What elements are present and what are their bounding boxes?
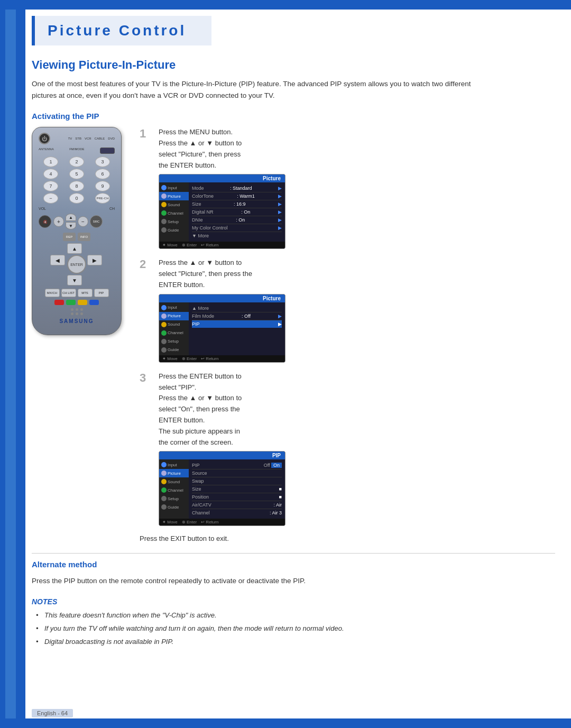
tv-menu-1: Picture Input Picture [159,174,286,249]
step-2: 2 Press the ▲ or ▼ button to select "Pic… [140,257,555,362]
picture3-icon [161,471,167,476]
nav-down-button[interactable]: ▼ [67,275,82,285]
btn-1[interactable]: 1 [43,156,58,167]
setup-icon [161,219,167,224]
btn-prech[interactable]: PRE-CH [95,193,110,204]
menu3-row-source: Source [192,469,282,477]
pip-button[interactable]: PIP [94,289,109,297]
input-icon [161,185,167,190]
menu-row-mycolor: My Color Control▶ [192,224,282,232]
btn-5[interactable]: 5 [69,169,84,179]
vol-down-button[interactable]: − [78,216,88,227]
tv-menu-2-footer: ✦ Move⊕ Enter↩ Return [159,355,285,362]
step-3: 3 Press the ENTER button to select "PIP"… [140,371,555,527]
footer-text: English - 64 [37,710,68,716]
btn-dash[interactable]: − [43,193,58,204]
exit-text: Press the EXIT button to exit. [140,535,555,542]
vol-up-button[interactable]: + [53,216,64,227]
source-button[interactable]: SRC [90,215,103,228]
tv-menu-1-footer: ✦ Move⊕ Enter↩ Return [159,242,285,248]
tv-menu-3-header: PIP [159,451,285,459]
sidebar-sound: Sound [159,200,189,209]
menu2-row-pip: PIP▶ [192,320,282,328]
input3-icon [161,462,167,467]
notes-list: This feature doesn't function when the "… [32,610,555,647]
nav-right-button[interactable]: ▶ [87,255,102,265]
tv-menu-1-sidebar: Input Picture Sound [159,182,189,242]
tv-menu-2-header: Picture [159,294,285,302]
nav-left-button[interactable]: ◀ [50,255,65,265]
menu2-row-more: ▲ More [192,305,282,312]
tv-menu-2: Picture Input Picture [159,294,286,363]
repeat-button[interactable]: REP [63,233,76,241]
btn-6[interactable]: 6 [95,169,110,179]
input2-icon [161,305,167,310]
tv-menu-1-body: Input Picture Sound [159,182,285,242]
step-2-text: Press the ▲ or ▼ button to select "Pictu… [159,257,555,290]
step-3-content: Press the ENTER button to select "PIP". … [159,371,555,527]
btn-9[interactable]: 9 [95,181,110,191]
sidebar2-setup: Setup [159,337,189,346]
title-box: Picture Control [32,16,211,45]
blue-button[interactable] [89,300,99,305]
remote-container: TV STB VCR CABLE DVD ANTENNA FM/MODE 1 [32,127,127,542]
guide3-icon [161,504,167,510]
sound3-icon [161,479,167,484]
tv-menu-1-header: Picture [159,174,285,182]
btn-0[interactable]: 0 [69,193,84,204]
remote-dots [39,308,115,315]
btn-3[interactable]: 3 [95,156,110,167]
tv-menu-1-main: Mode: Standard▶ ColorTone: Warm1▶ Size: … [189,182,285,242]
ch-up-button[interactable]: ▲ [66,214,76,221]
btn-4[interactable]: 4 [43,169,58,179]
menu3-row-aircatv: Air/CATV: Air [192,501,282,509]
ch-down-button[interactable]: ▼ [66,222,76,229]
btn-7[interactable]: 7 [43,181,58,191]
tv-menu-2-sidebar: Input Picture Sound [159,302,189,355]
dvd-label: DVD [108,137,115,140]
mute-button[interactable]: 🔇 [39,215,51,228]
sidebar-picture: Picture [159,192,189,200]
alternate-text: Press the PIP button on the remote contr… [32,575,497,587]
menu-row-mode: Mode: Standard▶ [192,185,282,192]
tv-menu-3-sidebar: Input Picture Sound [159,459,189,519]
menu-row-dnie: DNIe: On▶ [192,216,282,224]
mute-source-row: 🔇 + ▲ ▼ − SRC [39,214,115,229]
top-bar [0,0,571,10]
mts-button[interactable]: MTS [78,289,93,297]
menu3-row-channel: Channel: Air 3 [192,509,282,517]
left-bar-accent [5,0,16,728]
sidebar-input: Input [159,183,189,192]
color-buttons [39,300,115,305]
sidebar3-picture: Picture [159,469,189,477]
menu3-row-swap: Swap [192,477,282,485]
step-1-content: Press the MENU button. Press the ▲ or ▼ … [159,127,555,249]
tv-menu-3-main: PIP Off On Source Swap Siz [189,459,285,519]
menu-row-dnr: Digital NR: On▶ [192,208,282,216]
remote-top-row: TV STB VCR CABLE DVD [39,133,115,144]
enter-button[interactable]: ENTER [67,255,86,274]
green-button[interactable] [66,300,76,305]
page-title: Picture Control [48,22,199,39]
ch-list-button[interactable]: CH LIST [61,289,76,297]
btn-2[interactable]: 2 [69,156,84,167]
sidebar-guide: Guide [159,226,189,234]
mode-button[interactable] [100,148,115,154]
menu-row-size: Size: 16:9▶ [192,200,282,208]
sound2-icon [161,322,167,327]
yellow-button[interactable] [78,300,87,305]
stb-label: STB [75,137,81,140]
step-3-number: 3 [140,371,152,385]
btn-8[interactable]: 8 [69,181,84,191]
power-button[interactable] [39,133,50,144]
nav-up-button[interactable]: ▲ [67,243,82,254]
menu3-row-pip: PIP Off On [192,462,282,469]
vcr-label: VCR [85,137,91,140]
menu3-row-position: Position■ [192,493,282,501]
picture-icon [161,193,167,199]
info-button[interactable]: INFO [78,233,90,241]
sidebar2-picture: Picture [159,312,189,320]
red-button[interactable] [54,300,64,305]
mx-ch-button[interactable]: MX/CH [45,289,60,297]
step-1-text: Press the MENU button. Press the ▲ or ▼ … [159,127,555,171]
